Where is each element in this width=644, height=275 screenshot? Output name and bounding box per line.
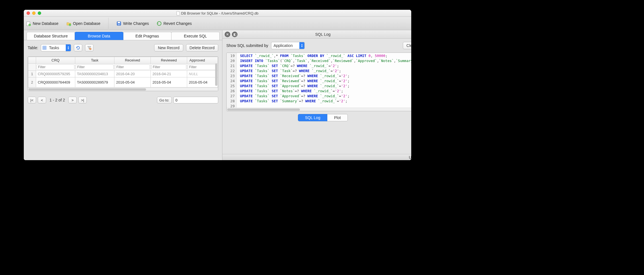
table-row[interactable]: 1 CRQ000000579295 TAS000000204813 2016-0…: [28, 71, 218, 77]
open-database-icon: [66, 21, 71, 26]
window-title-text: DB Browser for SQLite - /Users/Shared/CR…: [181, 11, 258, 15]
table-select-value: Tasks: [48, 46, 66, 50]
cell[interactable]: CRQ000000764409: [36, 77, 75, 87]
write-changes-label: Write Changes: [123, 21, 149, 26]
zoom-icon[interactable]: [38, 11, 41, 15]
cell[interactable]: 2016-05-04: [151, 77, 187, 87]
tab-sql-log[interactable]: SQL Log: [298, 114, 327, 121]
svg-rect-13: [90, 49, 91, 49]
log-lines[interactable]: SELECT `_rowid_`,* FROM `Tasks` ORDER BY…: [238, 53, 411, 104]
log-hscroll-thumb[interactable]: [227, 108, 300, 111]
new-database-button[interactable]: + New Database: [26, 21, 58, 26]
window-controls: [24, 11, 41, 15]
tab-edit-pragmas[interactable]: Edit Pragmas: [123, 32, 171, 40]
rownum-cell: 2: [28, 77, 36, 87]
filter-input[interactable]: [188, 64, 217, 70]
document-icon: [177, 11, 180, 15]
show-sql-label: Show SQL submitted by: [226, 43, 268, 48]
cell[interactable]: 2016-05-04: [187, 77, 218, 87]
statusbar: UTF-8: [222, 154, 411, 160]
cell[interactable]: TAS000000204813: [75, 71, 114, 77]
sql-source-select[interactable]: Application ▲▼: [271, 42, 305, 49]
close-icon[interactable]: [27, 11, 30, 15]
goto-label: Go to:: [157, 97, 172, 103]
rownum-cell: 1: [28, 71, 36, 77]
select-stepper-icon: ▲▼: [66, 44, 71, 51]
toolbar-group-changes: Write Changes Revert Changes: [116, 21, 192, 26]
panel-close-icon[interactable]: ✕: [225, 32, 230, 37]
funnel-icon: [87, 46, 91, 50]
rownum-header[interactable]: [28, 57, 36, 64]
filter-row: [28, 64, 218, 71]
null-value: NULL: [189, 72, 198, 76]
col-header[interactable]: Reviewed: [151, 57, 187, 64]
open-database-button[interactable]: Open Database: [66, 21, 100, 26]
cell[interactable]: CRQ000000579295: [36, 71, 75, 77]
tab-execute-sql[interactable]: Execute SQL: [171, 32, 220, 40]
open-database-label: Open Database: [73, 21, 100, 26]
right-pane: ✕ ◧ SQL Log Show SQL submitted by Applic…: [222, 30, 411, 160]
cell[interactable]: 2016-04-20: [114, 71, 151, 77]
tab-database-structure[interactable]: Database Structure: [27, 32, 75, 40]
log-hscroll[interactable]: [227, 108, 411, 111]
log-bottom-tabs: SQL Log Plot: [222, 114, 411, 121]
filter-input[interactable]: [115, 64, 150, 70]
main-tabs: Database Structure Browse Data Edit Prag…: [24, 30, 222, 40]
panel-undock-icon[interactable]: ◧: [232, 32, 238, 37]
cell[interactable]: NULL: [187, 71, 218, 77]
cell[interactable]: 2016-04-21: [151, 71, 187, 77]
refresh-icon: [76, 46, 80, 50]
table-label: Table:: [28, 46, 38, 50]
pager-status: 1 - 2 of 2: [48, 98, 67, 102]
cell[interactable]: TAS000000289579: [75, 77, 114, 87]
clear-log-button[interactable]: Clear: [403, 42, 411, 49]
pager-first-button[interactable]: |<: [28, 97, 36, 103]
table-select[interactable]: Tasks ▲▼: [41, 44, 71, 51]
content-split: Database Structure Browse Data Edit Prag…: [24, 30, 411, 160]
write-changes-icon: [116, 21, 121, 26]
filter-input[interactable]: [76, 64, 114, 70]
write-changes-button[interactable]: Write Changes: [116, 21, 149, 26]
refresh-button[interactable]: [74, 44, 82, 51]
main-toolbar: + New Database Open Database Write Chang…: [24, 17, 411, 30]
goto-input[interactable]: [173, 97, 218, 103]
data-table: CRQ Task Received Reviewed Approved: [28, 57, 218, 87]
left-pane: Database Structure Browse Data Edit Prag…: [24, 30, 222, 160]
table-hscroll[interactable]: [28, 87, 218, 91]
sql-log-box[interactable]: 1920212223 242526272829 SELECT `_rowid_`…: [226, 53, 411, 111]
log-line-gutter: 1920212223 242526272829: [227, 53, 237, 111]
new-record-button[interactable]: New Record: [154, 44, 183, 51]
browse-controls: Table: Tasks ▲▼ New Re: [28, 44, 218, 51]
pager-last-button[interactable]: >|: [78, 97, 87, 103]
new-database-label: New Database: [33, 21, 58, 26]
col-header[interactable]: Task: [75, 57, 114, 64]
minimize-icon[interactable]: [32, 11, 36, 15]
new-database-icon: +: [26, 21, 31, 26]
col-header[interactable]: Received: [114, 57, 151, 64]
table-row[interactable]: 2 CRQ000000764409 TAS000000289579 2016-0…: [28, 77, 218, 87]
sql-log-header: ✕ ◧ SQL Log: [222, 30, 411, 39]
revert-changes-button[interactable]: Revert Changes: [157, 21, 192, 26]
filter-input[interactable]: [37, 64, 74, 70]
tab-browse-data[interactable]: Browse Data: [75, 32, 123, 40]
table-header-row: CRQ Task Received Reviewed Approved: [28, 57, 218, 64]
titlebar: DB Browser for SQLite - /Users/Shared/CR…: [24, 10, 411, 17]
filter-input[interactable]: [151, 64, 186, 70]
pager-next-button[interactable]: >: [68, 97, 77, 103]
tab-plot[interactable]: Plot: [327, 114, 348, 121]
svg-text:+: +: [29, 24, 30, 26]
col-header[interactable]: Approved: [187, 57, 218, 64]
select-stepper-icon: ▲▼: [299, 42, 304, 49]
col-header[interactable]: CRQ: [36, 57, 75, 64]
clear-filters-button[interactable]: [85, 44, 93, 51]
delete-record-button[interactable]: Delete Record: [186, 44, 218, 51]
svg-rect-5: [118, 22, 120, 23]
app-window: DB Browser for SQLite - /Users/Shared/CR…: [24, 10, 411, 160]
table-vscroll-thumb[interactable]: [215, 63, 217, 86]
table-hscroll-thumb[interactable]: [29, 88, 146, 91]
window-title: DB Browser for SQLite - /Users/Shared/CR…: [24, 11, 411, 15]
pager: |< < 1 - 2 of 2 > >| Go to:: [28, 97, 218, 103]
pager-prev-button[interactable]: <: [38, 97, 46, 103]
cell[interactable]: 2016-05-04: [114, 77, 151, 87]
sql-log-controls: Show SQL submitted by Application ▲▼ Cle…: [222, 39, 411, 53]
